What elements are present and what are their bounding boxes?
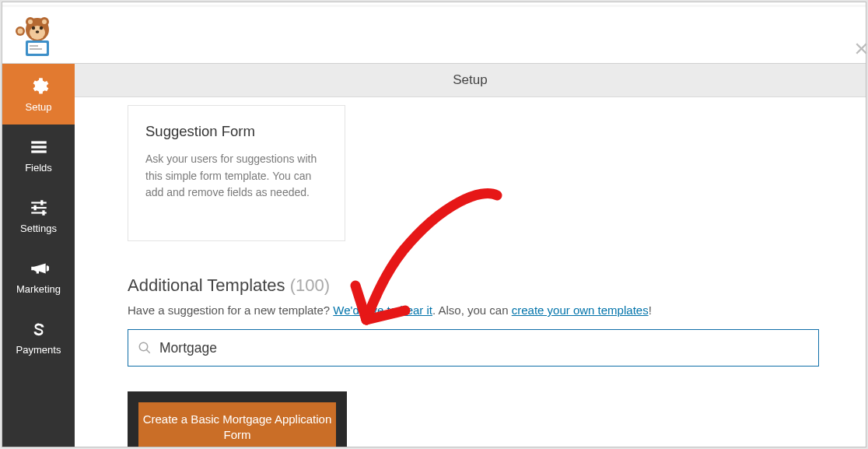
svg-point-7 <box>40 26 43 29</box>
dollar-icon <box>29 319 49 339</box>
search-input[interactable] <box>159 340 809 356</box>
svg-rect-14 <box>30 48 42 50</box>
svg-point-3 <box>28 19 33 24</box>
sidebar-item-setup[interactable]: Setup <box>2 64 75 125</box>
sidebar-item-label: Payments <box>16 344 61 356</box>
template-card-title: Suggestion Form <box>145 123 327 140</box>
logo <box>15 14 58 58</box>
sidebar-item-label: Marketing <box>16 283 61 295</box>
heading-count: (100) <box>290 275 330 295</box>
search-icon <box>138 341 152 355</box>
svg-rect-13 <box>30 45 38 47</box>
svg-point-8 <box>36 30 40 33</box>
page-title: Setup <box>453 72 487 88</box>
sliders-icon <box>29 198 49 218</box>
svg-point-10 <box>18 28 23 33</box>
top-bar: × <box>2 2 866 64</box>
gear-icon <box>29 76 49 96</box>
templates-prompt: Have a suggestion for a new template? We… <box>128 303 819 317</box>
create-mortgage-form-button[interactable]: Create a Basic Mortgage Application Form <box>138 402 336 447</box>
close-icon[interactable]: × <box>854 34 868 63</box>
svg-rect-19 <box>31 206 47 208</box>
svg-point-6 <box>32 26 35 29</box>
sidebar-item-label: Settings <box>20 223 57 234</box>
svg-line-25 <box>146 349 150 353</box>
sidebar-item-settings[interactable]: Settings <box>2 185 75 246</box>
sidebar-item-marketing[interactable]: Marketing <box>2 246 75 307</box>
search-result: Create a Basic Mortgage Application Form <box>128 391 347 447</box>
sidebar-item-label: Setup <box>26 101 52 113</box>
bullhorn-icon <box>29 258 49 279</box>
link-create-own[interactable]: create your own templates <box>512 303 649 317</box>
additional-templates-heading: Additional Templates (100) <box>128 275 819 296</box>
sidebar-item-payments[interactable]: Payments <box>2 307 75 367</box>
link-hear-it[interactable]: We'd love to hear it <box>333 303 432 317</box>
sidebar-item-fields[interactable]: Fields <box>2 125 75 185</box>
template-search[interactable] <box>128 329 819 367</box>
svg-rect-21 <box>40 200 43 205</box>
svg-rect-18 <box>31 202 47 203</box>
svg-rect-22 <box>33 205 36 210</box>
list-icon <box>29 137 49 157</box>
template-card-description: Ask your users for suggestions with this… <box>145 151 327 202</box>
svg-rect-23 <box>42 210 44 216</box>
heading-text: Additional Templates <box>128 275 285 295</box>
template-card-suggestion-form[interactable]: Suggestion Form Ask your users for sugge… <box>128 105 345 241</box>
svg-point-24 <box>139 342 148 351</box>
svg-point-4 <box>42 19 47 24</box>
svg-rect-15 <box>31 141 47 143</box>
sidebar: Setup Fields Settings Marketing Payments <box>2 64 75 447</box>
svg-rect-17 <box>31 150 47 153</box>
svg-rect-16 <box>31 146 47 148</box>
page-header: Setup <box>75 64 866 97</box>
content-area: Suggestion Form Ask your users for sugge… <box>75 97 866 447</box>
sidebar-item-label: Fields <box>25 162 52 174</box>
